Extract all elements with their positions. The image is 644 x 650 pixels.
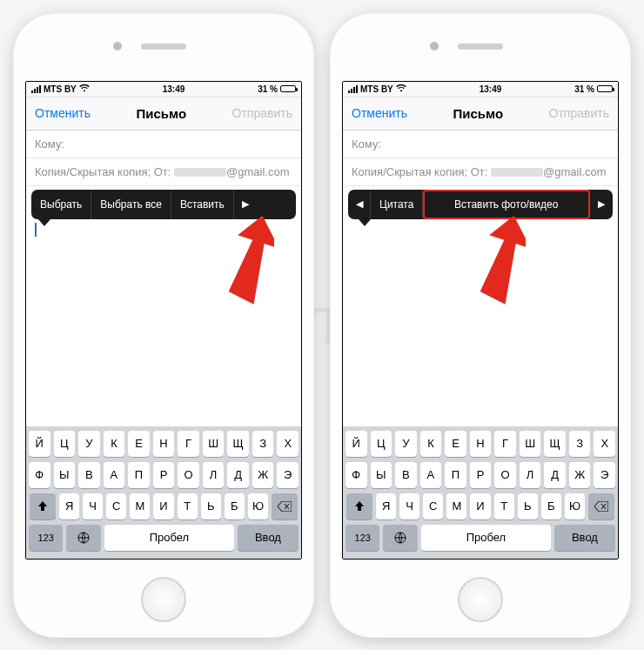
key[interactable]: Ы bbox=[54, 462, 76, 488]
key[interactable]: Е bbox=[128, 431, 150, 457]
key[interactable]: Щ bbox=[544, 431, 566, 457]
compose-body[interactable]: Выбрать Выбрать все Вставить ▶ bbox=[26, 186, 301, 426]
ctx-select[interactable]: Выбрать bbox=[31, 190, 91, 219]
key[interactable]: Г bbox=[178, 431, 199, 457]
key[interactable]: Н bbox=[470, 431, 492, 457]
key[interactable]: М bbox=[130, 493, 150, 519]
key[interactable]: Ю bbox=[248, 493, 268, 519]
ctx-insert-photo-video[interactable]: Вставить фото/видео bbox=[423, 190, 590, 219]
key-row-4: 123 Пробел Ввод bbox=[345, 525, 615, 551]
key[interactable]: Ю bbox=[565, 493, 585, 519]
shift-key[interactable] bbox=[346, 493, 372, 519]
key[interactable]: И bbox=[470, 493, 490, 519]
to-field[interactable]: Кому: bbox=[343, 131, 618, 158]
key[interactable]: К bbox=[104, 431, 125, 457]
key[interactable]: Л bbox=[203, 462, 225, 488]
key[interactable]: Ж bbox=[569, 462, 591, 488]
home-button[interactable] bbox=[458, 577, 503, 622]
send-button[interactable]: Отправить bbox=[549, 106, 609, 120]
key[interactable]: Ы bbox=[371, 462, 392, 488]
key[interactable]: Т bbox=[178, 493, 198, 519]
key[interactable]: О bbox=[178, 462, 199, 488]
key[interactable]: П bbox=[128, 462, 150, 488]
key[interactable]: К bbox=[420, 431, 442, 457]
key[interactable]: Т bbox=[494, 493, 514, 519]
shift-key[interactable] bbox=[30, 493, 56, 519]
cc-from-field[interactable]: Копия/Скрытая копия; От: @gmail.com bbox=[26, 158, 301, 186]
key[interactable]: Р bbox=[153, 462, 175, 488]
home-button[interactable] bbox=[141, 577, 186, 622]
cancel-button[interactable]: Отменить bbox=[352, 106, 407, 120]
to-field[interactable]: Кому: bbox=[26, 131, 301, 158]
key[interactable]: Ш bbox=[203, 431, 225, 457]
key[interactable]: Я bbox=[59, 493, 79, 519]
key[interactable]: Е bbox=[445, 431, 466, 457]
key[interactable]: Ф bbox=[345, 462, 367, 488]
key[interactable]: Б bbox=[541, 493, 561, 519]
key[interactable]: Ь bbox=[518, 493, 538, 519]
key[interactable]: Х bbox=[594, 431, 615, 457]
battery-icon bbox=[597, 85, 613, 92]
key[interactable]: Ч bbox=[399, 493, 419, 519]
key[interactable]: П bbox=[445, 462, 466, 488]
key[interactable]: Ш bbox=[520, 431, 541, 457]
ctx-paste[interactable]: Вставить bbox=[171, 190, 234, 219]
globe-key[interactable] bbox=[383, 525, 417, 551]
space-key[interactable]: Пробел bbox=[421, 525, 551, 551]
compose-body[interactable]: ◀ Цитата Вставить фото/видео ▶ bbox=[343, 186, 618, 426]
key[interactable]: В bbox=[78, 462, 100, 488]
key[interactable]: Э bbox=[277, 462, 299, 488]
context-menu: ◀ Цитата Вставить фото/видео ▶ bbox=[348, 190, 613, 219]
key[interactable]: Ч bbox=[83, 493, 103, 519]
enter-key[interactable]: Ввод bbox=[238, 525, 299, 551]
key[interactable]: Х bbox=[277, 431, 299, 457]
send-button[interactable]: Отправить bbox=[232, 106, 292, 120]
key[interactable]: Д bbox=[544, 462, 566, 488]
enter-key[interactable]: Ввод bbox=[554, 525, 615, 551]
backspace-key[interactable] bbox=[588, 493, 614, 519]
key[interactable]: И bbox=[153, 493, 173, 519]
key[interactable]: Я bbox=[376, 493, 396, 519]
backspace-key[interactable] bbox=[272, 493, 298, 519]
key[interactable]: А bbox=[420, 462, 442, 488]
ctx-more-left-icon[interactable]: ◀ bbox=[348, 190, 371, 219]
space-key[interactable]: Пробел bbox=[104, 525, 234, 551]
key[interactable]: В bbox=[395, 462, 417, 488]
key[interactable]: С bbox=[106, 493, 126, 519]
ctx-more-right-icon[interactable]: ▶ bbox=[590, 190, 613, 219]
key[interactable]: Й bbox=[29, 431, 50, 457]
key[interactable]: О bbox=[494, 462, 516, 488]
key[interactable]: Р bbox=[470, 462, 492, 488]
key[interactable]: Ц bbox=[371, 431, 392, 457]
ctx-select-all[interactable]: Выбрать все bbox=[91, 190, 171, 219]
num-mode-key[interactable]: 123 bbox=[345, 525, 379, 551]
key[interactable]: Г bbox=[494, 431, 516, 457]
key[interactable]: Ж bbox=[252, 462, 274, 488]
ctx-more-right-icon[interactable]: ▶ bbox=[234, 190, 257, 219]
key[interactable]: Н bbox=[153, 431, 175, 457]
key[interactable]: У bbox=[395, 431, 417, 457]
key[interactable]: Й bbox=[345, 431, 367, 457]
redacted-email bbox=[174, 168, 226, 177]
key[interactable]: З bbox=[569, 431, 591, 457]
cancel-button[interactable]: Отменить bbox=[35, 106, 91, 120]
key[interactable]: А bbox=[104, 462, 125, 488]
key[interactable]: С bbox=[423, 493, 443, 519]
key[interactable]: Ф bbox=[29, 462, 50, 488]
annotation-arrow-left bbox=[205, 211, 274, 306]
key[interactable]: Б bbox=[225, 493, 245, 519]
key-row-4: 123 Пробел Ввод bbox=[29, 525, 299, 551]
key[interactable]: Д bbox=[227, 462, 249, 488]
key[interactable]: У bbox=[78, 431, 100, 457]
key[interactable]: М bbox=[446, 493, 466, 519]
key[interactable]: Щ bbox=[227, 431, 249, 457]
key[interactable]: З bbox=[252, 431, 274, 457]
num-mode-key[interactable]: 123 bbox=[29, 525, 63, 551]
cc-from-field[interactable]: Копия/Скрытая копия; От: @gmail.com bbox=[343, 158, 618, 186]
key[interactable]: Э bbox=[594, 462, 615, 488]
key[interactable]: Л bbox=[520, 462, 541, 488]
key[interactable]: Ц bbox=[54, 431, 76, 457]
ctx-quote[interactable]: Цитата bbox=[371, 190, 423, 219]
globe-key[interactable] bbox=[66, 525, 100, 551]
key[interactable]: Ь bbox=[201, 493, 221, 519]
